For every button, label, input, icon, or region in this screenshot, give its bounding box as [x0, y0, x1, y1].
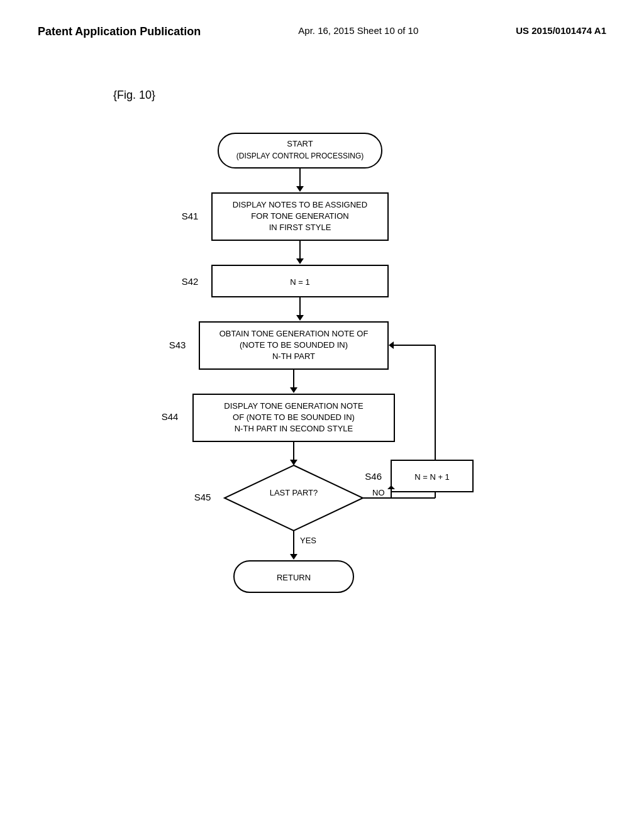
svg-marker-22: [389, 341, 394, 349]
no-label: NO: [372, 488, 385, 497]
svg-marker-14: [290, 460, 297, 465]
figure-label: {Fig. 10}: [113, 89, 644, 102]
svg-marker-11: [290, 387, 297, 393]
header-center: Apr. 16, 2015 Sheet 10 of 10: [298, 25, 418, 36]
flowchart-container: START (DISPLAY CONTROL PROCESSING) DISPL…: [0, 121, 644, 687]
s44-line1: DISPLAY TONE GENERATION NOTE: [224, 401, 364, 411]
s42-line1: N = 1: [290, 277, 309, 287]
s45-label: S45: [194, 492, 211, 502]
return-label: RETURN: [277, 573, 311, 582]
s46-line1: N = N + 1: [414, 472, 450, 482]
flowchart-svg: START (DISPLAY CONTROL PROCESSING) DISPL…: [102, 121, 542, 687]
svg-marker-17: [290, 554, 297, 560]
header-left: Patent Application Publication: [38, 25, 201, 38]
s44-label: S44: [162, 411, 179, 422]
svg-marker-2: [296, 186, 304, 192]
s42-label: S42: [182, 276, 199, 287]
header-right: US 2015/0101474 A1: [516, 25, 606, 36]
s41-line3: IN FIRST STYLE: [269, 223, 331, 232]
yes-label: YES: [300, 536, 316, 545]
s43-line3: N-TH PART: [272, 351, 315, 361]
s43-label: S43: [169, 340, 186, 350]
svg-marker-15: [225, 465, 363, 531]
s41-label: S41: [182, 211, 199, 221]
s41-line1: DISPLAY NOTES TO BE ASSIGNED: [233, 200, 367, 209]
s43-line1: OBTAIN TONE GENERATION NOTE OF: [219, 329, 369, 338]
start-line1: START: [287, 139, 313, 148]
s46-label: S46: [365, 471, 382, 482]
page-header: Patent Application Publication Apr. 16, …: [0, 0, 644, 51]
svg-marker-8: [296, 315, 304, 321]
s45-line1: LAST PART?: [270, 488, 318, 497]
s43-line2: (NOTE TO BE SOUNDED IN): [240, 340, 348, 350]
s41-line2: FOR TONE GENERATION: [251, 211, 348, 221]
start-line2: (DISPLAY CONTROL PROCESSING): [236, 152, 364, 160]
s44-line3: N-TH PART IN SECOND STYLE: [235, 424, 353, 433]
svg-marker-5: [296, 258, 304, 264]
s44-line2: OF (NOTE TO BE SOUNDED IN): [233, 412, 355, 422]
